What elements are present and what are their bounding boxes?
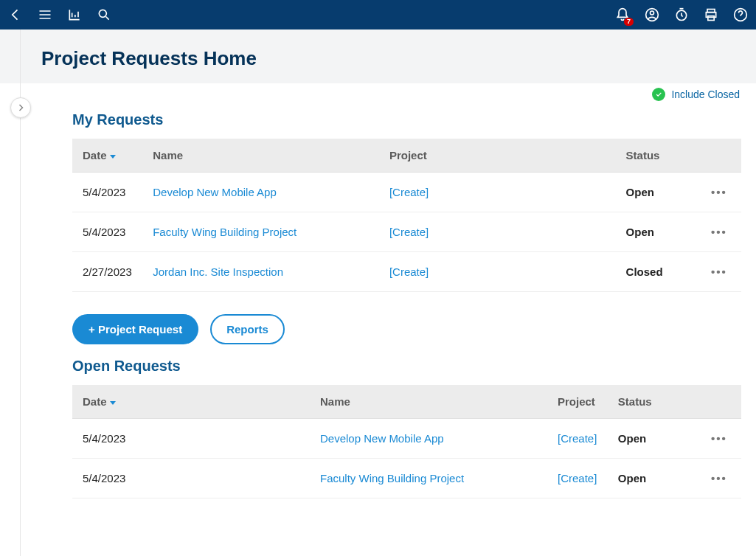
cell-project-link[interactable]: [Create]: [547, 459, 608, 498]
cell-date: 5/4/2023: [72, 459, 310, 498]
table-row: 2/27/2023 Jordan Inc. Site Inspection [C…: [72, 252, 741, 292]
include-closed-toggle[interactable]: Include Closed: [652, 88, 740, 101]
print-icon[interactable]: [703, 7, 719, 23]
col-name[interactable]: Name: [142, 139, 379, 173]
col-project[interactable]: Project: [379, 139, 616, 173]
col-status[interactable]: Status: [616, 139, 697, 173]
open-requests-table: Date Name Project Status 5/4/2023 Develo…: [72, 385, 741, 498]
check-icon: [652, 88, 665, 101]
table-row: 5/4/2023 Faculty Wing Building Project […: [72, 459, 741, 498]
notifications-icon[interactable]: 7: [614, 7, 631, 23]
col-actions: [697, 385, 741, 419]
cell-date: 5/4/2023: [72, 419, 310, 459]
col-status[interactable]: Status: [608, 385, 697, 419]
col-date[interactable]: Date: [72, 139, 142, 173]
col-name[interactable]: Name: [310, 385, 547, 419]
row-actions-icon[interactable]: •••: [697, 212, 741, 252]
col-actions: [697, 139, 741, 173]
my-requests-title: My Requests: [72, 111, 741, 128]
sort-caret-icon: [110, 155, 116, 159]
back-icon[interactable]: [7, 7, 24, 23]
table-row: 5/4/2023 Develop New Mobile App [Create]…: [72, 419, 741, 459]
top-nav-bar: 7: [0, 0, 756, 29]
sort-caret-icon: [110, 401, 116, 405]
user-account-icon[interactable]: [644, 7, 660, 23]
cell-date: 2/27/2023: [72, 252, 142, 292]
notification-badge: 7: [624, 18, 634, 26]
svg-point-2: [651, 11, 654, 15]
cell-name-link[interactable]: Develop New Mobile App: [142, 173, 379, 212]
col-project[interactable]: Project: [547, 385, 608, 419]
cell-project-link[interactable]: [Create]: [547, 419, 608, 459]
table-row: 5/4/2023 Develop New Mobile App [Create]…: [72, 173, 741, 212]
cell-status: Open: [608, 419, 697, 459]
row-actions-icon[interactable]: •••: [697, 252, 741, 292]
reports-button[interactable]: Reports: [210, 314, 285, 344]
my-requests-table: Date Name Project Status 5/4/2023 Develo…: [72, 139, 741, 292]
cell-date: 5/4/2023: [72, 173, 142, 212]
svg-point-0: [99, 10, 106, 17]
page-header: Project Requests Home: [0, 29, 756, 83]
open-requests-title: Open Requests: [72, 358, 741, 375]
table-row: 5/4/2023 Faculty Wing Building Project […: [72, 212, 741, 252]
cell-status: Open: [608, 459, 697, 498]
row-actions-icon[interactable]: •••: [697, 173, 741, 212]
cell-project-link[interactable]: [Create]: [379, 252, 616, 292]
help-icon[interactable]: [732, 7, 749, 23]
expand-sidebar-handle[interactable]: [10, 97, 31, 118]
include-closed-label: Include Closed: [671, 88, 740, 100]
cell-status: Closed: [616, 252, 697, 292]
cell-project-link[interactable]: [Create]: [379, 173, 616, 212]
chart-icon[interactable]: [66, 7, 83, 23]
cell-date: 5/4/2023: [72, 212, 142, 252]
col-date[interactable]: Date: [72, 385, 310, 419]
row-actions-icon[interactable]: •••: [697, 419, 741, 459]
timer-icon[interactable]: [673, 7, 690, 23]
cell-project-link[interactable]: [Create]: [379, 212, 616, 252]
cell-status: Open: [616, 173, 697, 212]
cell-name-link[interactable]: Jordan Inc. Site Inspection: [142, 252, 379, 292]
page-title: Project Requests Home: [41, 47, 756, 70]
cell-name-link[interactable]: Faculty Wing Building Project: [310, 459, 547, 498]
project-request-button[interactable]: + Project Request: [72, 314, 198, 344]
row-actions-icon[interactable]: •••: [697, 459, 741, 498]
search-icon[interactable]: [96, 7, 112, 23]
cell-status: Open: [616, 212, 697, 252]
cell-name-link[interactable]: Develop New Mobile App: [310, 419, 547, 459]
menu-icon[interactable]: [37, 7, 53, 23]
cell-name-link[interactable]: Faculty Wing Building Project: [142, 212, 379, 252]
